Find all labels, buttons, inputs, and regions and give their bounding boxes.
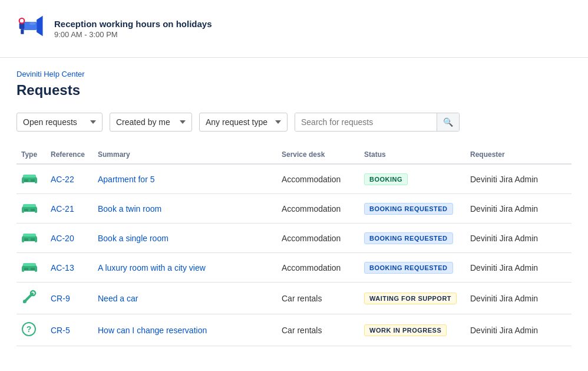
svg-rect-20 <box>31 238 35 241</box>
cell-status-1: BOOKING REQUESTED <box>359 194 465 224</box>
table-row: ? CR-5 How can I change reservation Car … <box>16 314 572 346</box>
ref-link-5[interactable]: CR-5 <box>51 326 70 335</box>
summary-link-3[interactable]: A luxury room with a city view <box>98 263 206 272</box>
cell-summary-1: Book a twin room <box>93 194 277 224</box>
page-title: Requests <box>16 82 572 99</box>
cell-type-0 <box>16 164 46 194</box>
summary-link-2[interactable]: Book a single room <box>98 234 169 243</box>
ref-link-4[interactable]: CR-9 <box>51 294 70 303</box>
cell-summary-2: Book a single room <box>93 224 277 253</box>
svg-rect-17 <box>23 204 36 207</box>
summary-link-4[interactable]: Need a car <box>98 294 138 303</box>
svg-point-5 <box>29 22 35 25</box>
cell-ref-5: CR-5 <box>46 314 93 346</box>
ref-link-2[interactable]: AC-20 <box>51 234 74 243</box>
col-header-summary: Summary <box>93 146 277 164</box>
col-header-reference: Reference <box>46 146 93 164</box>
svg-rect-27 <box>22 266 24 272</box>
cell-desk-2: Accommodation <box>277 224 359 253</box>
cell-requester-2: Deviniti Jira Admin <box>465 224 572 253</box>
svg-rect-11 <box>23 175 36 178</box>
request-type-filter[interactable]: Any request type <box>199 113 288 132</box>
cell-requester-4: Deviniti Jira Admin <box>465 283 572 314</box>
table-header: Type Reference Summary Service desk Stat… <box>16 146 572 164</box>
announcement-banner: Reception working hours on holidays 9:00… <box>0 0 588 58</box>
search-input[interactable] <box>295 113 437 131</box>
summary-link-0[interactable]: Apartment for 5 <box>98 175 155 184</box>
svg-rect-4 <box>21 29 24 34</box>
table-row: AC-22 Apartment for 5 Accommodation BOOK… <box>16 164 572 194</box>
ref-link-0[interactable]: AC-22 <box>51 175 74 184</box>
type-icon-3 <box>21 265 38 275</box>
type-icon-1 <box>21 206 38 216</box>
svg-point-32 <box>23 300 27 303</box>
cell-summary-0: Apartment for 5 <box>93 164 277 194</box>
cell-summary-4: Need a car <box>93 283 277 314</box>
megaphone-icon <box>14 11 45 47</box>
ref-link-1[interactable]: AC-21 <box>51 204 74 214</box>
cell-desk-4: Car rentals <box>277 283 359 314</box>
cell-requester-1: Deviniti Jira Admin <box>465 194 572 224</box>
svg-rect-9 <box>22 178 24 183</box>
status-badge-1: BOOKING REQUESTED <box>364 203 453 215</box>
cell-status-2: BOOKING REQUESTED <box>359 224 465 253</box>
created-by-filter[interactable]: Created by me All requests <box>110 113 192 132</box>
cell-summary-5: How can I change reservation <box>93 314 277 346</box>
status-badge-2: BOOKING REQUESTED <box>364 232 453 244</box>
table-row: AC-21 Book a twin room Accommodation BOO… <box>16 194 572 224</box>
svg-rect-8 <box>31 179 35 182</box>
ref-link-3[interactable]: AC-13 <box>51 263 74 272</box>
cell-desk-5: Car rentals <box>277 314 359 346</box>
table-row: CR-9 Need a car Car rentals WAITING FOR … <box>16 283 572 314</box>
svg-rect-22 <box>35 237 37 242</box>
status-badge-3: BOOKING REQUESTED <box>364 262 453 274</box>
cell-ref-3: AC-13 <box>46 253 93 283</box>
svg-rect-10 <box>35 178 37 183</box>
summary-link-5[interactable]: How can I change reservation <box>98 326 207 335</box>
cell-status-4: WAITING FOR SUPPORT <box>359 283 465 314</box>
cell-desk-3: Accommodation <box>277 253 359 283</box>
cell-status-5: WORK IN PROGRESS <box>359 314 465 346</box>
svg-rect-25 <box>24 268 28 270</box>
svg-rect-26 <box>31 268 35 270</box>
cell-desk-1: Accommodation <box>277 194 359 224</box>
col-header-desk: Service desk <box>277 146 359 164</box>
cell-type-5: ? <box>16 314 46 346</box>
main-content: Deviniti Help Center Requests Open reque… <box>0 58 588 370</box>
status-badge-5: WORK IN PROGRESS <box>364 324 447 336</box>
svg-rect-14 <box>31 209 35 211</box>
requests-table: Type Reference Summary Service desk Stat… <box>16 146 572 346</box>
cell-ref-2: AC-20 <box>46 224 93 253</box>
summary-link-1[interactable]: Book a twin room <box>98 204 161 214</box>
breadcrumb-link[interactable]: Deviniti Help Center <box>16 70 572 78</box>
svg-rect-16 <box>35 207 37 213</box>
svg-marker-1 <box>37 16 42 37</box>
col-header-requester: Requester <box>465 146 572 164</box>
search-button[interactable]: 🔍 <box>437 113 459 131</box>
cell-requester-5: Deviniti Jira Admin <box>465 314 572 346</box>
col-header-status: Status <box>359 146 465 164</box>
status-badge-0: BOOKING <box>364 173 408 185</box>
table-row: AC-20 Book a single room Accommodation B… <box>16 224 572 253</box>
svg-rect-21 <box>22 237 24 242</box>
cell-type-4 <box>16 283 46 314</box>
svg-point-3 <box>19 18 25 24</box>
svg-rect-19 <box>24 238 28 241</box>
banner-subtitle: 9:00 AM - 3:00 PM <box>54 30 212 39</box>
svg-rect-28 <box>35 266 37 272</box>
cell-ref-4: CR-9 <box>46 283 93 314</box>
cell-type-1 <box>16 194 46 224</box>
cell-requester-0: Deviniti Jira Admin <box>465 164 572 194</box>
status-badge-4: WAITING FOR SUPPORT <box>364 293 457 304</box>
cell-type-2 <box>16 224 46 253</box>
banner-text: Reception working hours on holidays 9:00… <box>54 19 212 39</box>
type-icon-0 <box>21 177 38 186</box>
banner-title: Reception working hours on holidays <box>54 19 212 29</box>
svg-rect-29 <box>23 263 36 266</box>
table-row: AC-13 A luxury room with a city view Acc… <box>16 253 572 283</box>
type-icon-2 <box>21 236 38 245</box>
svg-rect-23 <box>23 234 36 237</box>
status-filter[interactable]: Open requests Closed requests All reques… <box>16 113 103 132</box>
cell-ref-0: AC-22 <box>46 164 93 194</box>
type-icon-4 <box>21 297 37 307</box>
